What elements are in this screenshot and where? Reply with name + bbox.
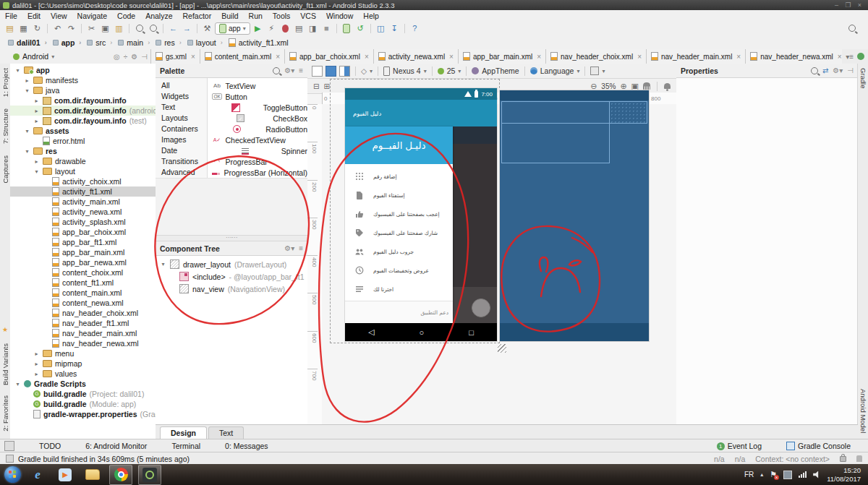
tree-item[interactable]: values bbox=[10, 369, 156, 379]
palette-category[interactable]: Widgets bbox=[156, 91, 207, 102]
tree-item[interactable]: app bbox=[10, 65, 156, 75]
editor-tab[interactable]: app_bar_main.xml × bbox=[459, 49, 546, 64]
sep[interactable] bbox=[197, 24, 197, 33]
settings-gear-icon[interactable]: ⚙▾ bbox=[284, 66, 294, 74]
tree-item[interactable]: nav_header_choix.xml bbox=[10, 308, 156, 318]
fragment-icon[interactable] bbox=[590, 66, 599, 75]
tree-item[interactable]: activity_choix.xml bbox=[10, 176, 156, 186]
expand-vertical-icon[interactable]: ⊞ bbox=[323, 82, 329, 90]
tab-close-icon[interactable]: × bbox=[363, 53, 369, 61]
locate-file-icon[interactable]: ◎ bbox=[114, 53, 120, 61]
open-icon[interactable]: ▤ bbox=[4, 22, 16, 34]
taskbar-internet-explorer[interactable]: e bbox=[27, 465, 48, 484]
tree-expand-icon[interactable] bbox=[33, 168, 40, 175]
close-button[interactable]: × bbox=[854, 1, 865, 10]
search-icon[interactable] bbox=[273, 67, 280, 74]
menu-item[interactable]: Refactor bbox=[178, 12, 217, 20]
tool-window-button[interactable]: Terminal bbox=[154, 442, 208, 450]
tool-stripe-button[interactable]: 7: Structure bbox=[1, 108, 9, 144]
sep[interactable] bbox=[129, 24, 129, 33]
lock-icon[interactable] bbox=[840, 456, 846, 462]
tree-expand-icon[interactable] bbox=[33, 118, 40, 124]
editor-mode-tab[interactable]: Design bbox=[160, 426, 207, 439]
tab-close-icon[interactable]: × bbox=[535, 53, 541, 61]
component-tree-item[interactable]: <include> - @layout/app_bar_ft1 bbox=[156, 270, 307, 283]
expand-horizontal-icon[interactable]: ⊟ bbox=[313, 82, 319, 90]
theme-select[interactable]: AppTheme bbox=[482, 66, 519, 75]
palette-category[interactable]: Layouts bbox=[156, 113, 207, 124]
hide-panel-icon[interactable]: ⊣ bbox=[847, 66, 854, 74]
taskbar-android-studio[interactable] bbox=[138, 465, 161, 485]
palette-widget[interactable]: CheckBox bbox=[208, 113, 307, 124]
gradle-console-button[interactable]: Gradle Console bbox=[779, 442, 858, 450]
menu-item[interactable]: Window bbox=[321, 12, 358, 20]
editor-tab[interactable]: app_bar_choix.xml × bbox=[285, 49, 374, 64]
help-icon[interactable]: ? bbox=[409, 22, 421, 34]
hide-panel-icon[interactable]: ⊣ bbox=[141, 53, 148, 61]
tree-item[interactable]: activity_ft1.xml bbox=[10, 186, 156, 197]
tree-item[interactable]: com.dir.fayoum.info (androidTest) bbox=[10, 106, 156, 116]
settings-gear-icon[interactable]: ⚙ bbox=[131, 53, 137, 61]
run-configuration-select[interactable]: app ▾ bbox=[215, 22, 250, 35]
tool-stripe-button[interactable]: Android Model bbox=[859, 389, 867, 433]
editor-mode-tab[interactable]: Text bbox=[208, 426, 244, 439]
breadcrumb-item[interactable]: dalil01 › bbox=[6, 38, 51, 47]
component-tree-item[interactable]: drawer_layout (DrawerLayout) bbox=[156, 258, 307, 270]
tree-expand-icon[interactable] bbox=[14, 67, 21, 74]
event-log-button[interactable]: 1 Event Log bbox=[710, 442, 769, 450]
sep[interactable] bbox=[370, 24, 371, 33]
palette-widget[interactable]: Spinner bbox=[208, 145, 307, 156]
palette-widget[interactable]: TextView bbox=[208, 80, 307, 91]
palette-category[interactable]: Text bbox=[156, 102, 207, 113]
editor-tab[interactable]: nav_header_newa.xml × bbox=[746, 49, 842, 64]
tree-expand-icon[interactable] bbox=[24, 128, 30, 134]
tree-expand-icon[interactable] bbox=[24, 148, 30, 155]
palette-category[interactable]: Date bbox=[156, 145, 207, 156]
minimize-button[interactable]: – bbox=[831, 1, 842, 10]
component-tree-item[interactable]: nav_view (NavigationView) bbox=[156, 283, 307, 295]
device-select[interactable]: Nexus 4 bbox=[393, 66, 421, 75]
sort-icon[interactable]: ≡ bbox=[299, 66, 303, 74]
breadcrumb-item[interactable]: layout › bbox=[185, 38, 226, 47]
taskbar-media-player[interactable]: ▶ bbox=[54, 465, 76, 484]
panel-splitter[interactable]: ⋯⋯ bbox=[156, 235, 307, 241]
palette-category[interactable]: Advanced bbox=[156, 167, 207, 178]
collapse-all-icon[interactable]: ÷ bbox=[124, 53, 128, 61]
tool-window-button[interactable]: TODO bbox=[22, 442, 68, 450]
inspect-icon[interactable] bbox=[147, 22, 159, 34]
design-mode-icon[interactable] bbox=[312, 66, 323, 77]
tree-item[interactable]: content_main.xml bbox=[10, 288, 156, 298]
editor-tab[interactable]: nav_header_main.xml × bbox=[647, 49, 746, 64]
project-view-selector[interactable]: Android bbox=[22, 52, 48, 61]
menu-item[interactable]: Help bbox=[358, 12, 384, 20]
search-everywhere-icon[interactable] bbox=[846, 22, 858, 34]
tree-item[interactable]: content_choix.xml bbox=[10, 267, 156, 278]
tree-item[interactable]: Gradle Scripts bbox=[10, 379, 156, 389]
tree-expand-icon[interactable] bbox=[24, 77, 30, 84]
orientation-icon[interactable]: ◇ bbox=[361, 66, 367, 75]
sdk-manager-icon[interactable]: ↧ bbox=[388, 22, 401, 34]
both-mode-icon[interactable] bbox=[339, 66, 350, 77]
menu-item[interactable]: Navigate bbox=[72, 12, 112, 20]
layout-inspector-icon[interactable]: ◫ bbox=[375, 22, 387, 34]
tree-item[interactable]: app_bar_newa.xml bbox=[10, 257, 156, 267]
paste-icon[interactable]: ▥ bbox=[113, 22, 125, 34]
undo-icon[interactable]: ↶ bbox=[51, 22, 64, 34]
palette-category[interactable]: All bbox=[156, 80, 207, 91]
palette-widget[interactable]: ToggleButton bbox=[208, 102, 307, 113]
tab-close-icon[interactable]: × bbox=[274, 53, 280, 61]
tree-expand-icon[interactable] bbox=[33, 371, 40, 377]
memory-indicator-icon[interactable] bbox=[856, 455, 862, 462]
tree-item[interactable]: app_bar_ft1.xml bbox=[10, 237, 156, 247]
device-preview-design[interactable]: 7:00 دليل الفيوم دليـل الفيــوم bbox=[345, 88, 497, 341]
pan-hand-icon[interactable] bbox=[643, 82, 650, 90]
breadcrumb-item[interactable]: main › bbox=[116, 38, 153, 47]
debug-icon[interactable] bbox=[279, 22, 292, 34]
notifications-bell-icon[interactable] bbox=[664, 83, 671, 89]
switch-view-icon[interactable]: ⇄ bbox=[822, 66, 828, 74]
hidden-tabs-icon[interactable]: ▾≡ bbox=[846, 53, 854, 61]
menu-item[interactable]: Analyze bbox=[140, 12, 177, 20]
palette-widget[interactable]: CheckedTextView bbox=[208, 134, 307, 145]
menu-item[interactable]: Run bbox=[244, 12, 268, 20]
palette-category[interactable]: Containers bbox=[156, 124, 207, 134]
